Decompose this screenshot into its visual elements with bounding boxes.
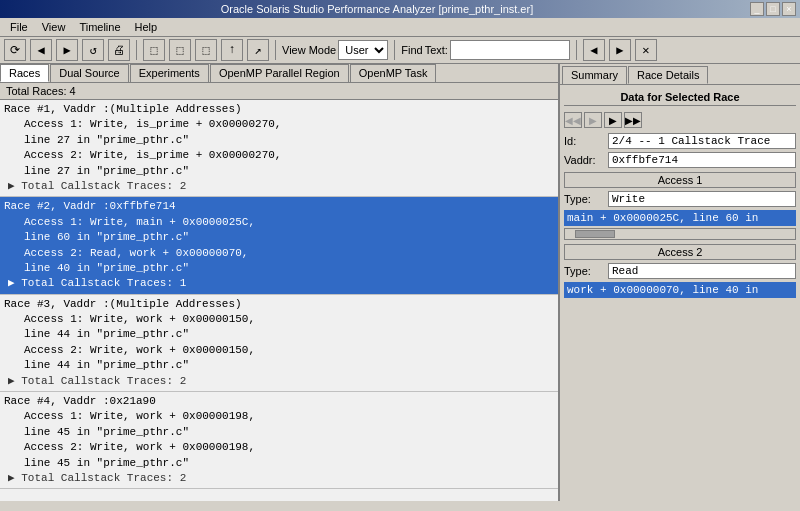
race-3-line-2: line 44 in "prime_pthr.c": [4, 327, 554, 342]
access2-type-label: Type:: [564, 265, 604, 277]
race-3-line-4: line 44 in "prime_pthr.c": [4, 358, 554, 373]
scrollbar-h-1[interactable]: [564, 228, 796, 240]
find-prev-btn[interactable]: ◀: [583, 39, 605, 61]
menu-timeline[interactable]: Timeline: [73, 20, 126, 34]
right-content: Data for Selected Race ◀◀ ▶ ▶ ▶▶ Id: 2/4…: [560, 85, 800, 501]
race-block-4[interactable]: Race #4, Vaddr :0x21a90 Access 1: Write,…: [0, 392, 558, 489]
separator-3: [394, 40, 395, 60]
vaddr-value: 0xffbfe714: [608, 152, 796, 168]
close-button[interactable]: ×: [782, 2, 796, 16]
access1-title: Access 1: [564, 172, 796, 188]
race-4-title: Race #4, Vaddr :0x21a90: [4, 394, 554, 409]
race-1-title: Race #1, Vaddr :(Multiple Addresses): [4, 102, 554, 117]
tab-race-details[interactable]: Race Details: [628, 66, 708, 84]
toolbar-btn-7[interactable]: ⬚: [169, 39, 191, 61]
race-2-line-4: line 40 in "prime_pthr.c": [4, 261, 554, 276]
race-3-total[interactable]: ▶ Total Callstack Traces: 2: [4, 374, 554, 389]
separator-4: [576, 40, 577, 60]
race-4-line-3: Access 2: Write, work + 0x00000198,: [4, 440, 554, 455]
toolbar-btn-9[interactable]: ↑: [221, 39, 243, 61]
total-races: Total Races: 4: [0, 83, 558, 100]
id-label: Id:: [564, 135, 604, 147]
section-title: Data for Selected Race: [564, 89, 796, 106]
find-container: Find Text:: [401, 40, 570, 60]
nav-buttons: ◀◀ ▶ ▶ ▶▶: [564, 110, 796, 130]
title-bar: Oracle Solaris Studio Performance Analyz…: [0, 0, 800, 18]
race-2-line-3: Access 2: Read, work + 0x00000070,: [4, 246, 554, 261]
right-tabs: Summary Race Details: [560, 64, 800, 85]
race-1-line-3: Access 2: Write, is_prime + 0x00000270,: [4, 148, 554, 163]
window-controls[interactable]: _ □ ×: [750, 2, 796, 16]
access1-highlight[interactable]: main + 0x0000025C, line 60 in: [564, 210, 796, 226]
nav-first-btn[interactable]: ◀◀: [564, 112, 582, 128]
window-title: Oracle Solaris Studio Performance Analyz…: [4, 3, 750, 15]
race-3-line-3: Access 2: Write, work + 0x00000150,: [4, 343, 554, 358]
maximize-button[interactable]: □: [766, 2, 780, 16]
toolbar-btn-2[interactable]: ◀: [30, 39, 52, 61]
toolbar-btn-4[interactable]: ↺: [82, 39, 104, 61]
menu-bar: File View Timeline Help: [0, 18, 800, 37]
tab-races[interactable]: Races: [0, 64, 49, 82]
race-3-line-1: Access 1: Write, work + 0x00000150,: [4, 312, 554, 327]
menu-view[interactable]: View: [36, 20, 72, 34]
find-next-btn[interactable]: ▶: [609, 39, 631, 61]
race-block-1[interactable]: Race #1, Vaddr :(Multiple Addresses) Acc…: [0, 100, 558, 197]
toolbar-btn-5[interactable]: 🖨: [108, 39, 130, 61]
tab-summary[interactable]: Summary: [562, 66, 627, 84]
race-list: Race #1, Vaddr :(Multiple Addresses) Acc…: [0, 100, 558, 501]
id-row: Id: 2/4 -- 1 Callstack Trace: [564, 133, 796, 149]
minimize-button[interactable]: _: [750, 2, 764, 16]
race-2-total[interactable]: ▶ Total Callstack Traces: 1: [4, 276, 554, 291]
tab-openmp-task[interactable]: OpenMP Task: [350, 64, 437, 82]
toolbar-btn-3[interactable]: ▶: [56, 39, 78, 61]
nav-prev-btn[interactable]: ▶: [584, 112, 602, 128]
access2-title: Access 2: [564, 244, 796, 260]
race-1-line-4: line 27 in "prime_pthr.c": [4, 164, 554, 179]
left-panel: Races Dual Source Experiments OpenMP Par…: [0, 64, 560, 501]
toolbar-btn-10[interactable]: ↗: [247, 39, 269, 61]
vaddr-label: Vaddr:: [564, 154, 604, 166]
toolbar: ⟳ ◀ ▶ ↺ 🖨 ⬚ ⬚ ⬚ ↑ ↗ View Mode User Find …: [0, 37, 800, 64]
toolbar-btn-6[interactable]: ⬚: [143, 39, 165, 61]
main-layout: Races Dual Source Experiments OpenMP Par…: [0, 64, 800, 501]
race-4-line-1: Access 1: Write, work + 0x00000198,: [4, 409, 554, 424]
find-text-label: Text:: [425, 44, 448, 56]
separator-1: [136, 40, 137, 60]
right-panel: Summary Race Details Data for Selected R…: [560, 64, 800, 501]
race-2-line-2: line 60 in "prime_pthr.c": [4, 230, 554, 245]
view-mode-label: View Mode: [282, 44, 336, 56]
race-4-total[interactable]: ▶ Total Callstack Traces: 2: [4, 471, 554, 486]
race-3-title: Race #3, Vaddr :(Multiple Addresses): [4, 297, 554, 312]
race-block-2[interactable]: Race #2, Vaddr :0xffbfe714 Access 1: Wri…: [0, 197, 558, 294]
view-mode-select[interactable]: User: [338, 40, 388, 60]
race-1-line-2: line 27 in "prime_pthr.c": [4, 133, 554, 148]
race-4-line-2: line 45 in "prime_pthr.c": [4, 425, 554, 440]
access2-type-row: Type: Read: [564, 263, 796, 279]
access1-type-label: Type:: [564, 193, 604, 205]
race-2-line-1: Access 1: Write, main + 0x0000025C,: [4, 215, 554, 230]
vaddr-row: Vaddr: 0xffbfe714: [564, 152, 796, 168]
tab-dual-source[interactable]: Dual Source: [50, 64, 129, 82]
tab-openmp-parallel[interactable]: OpenMP Parallel Region: [210, 64, 349, 82]
access2-type-value: Read: [608, 263, 796, 279]
nav-last-btn[interactable]: ▶▶: [624, 112, 642, 128]
id-value: 2/4 -- 1 Callstack Trace: [608, 133, 796, 149]
menu-help[interactable]: Help: [129, 20, 164, 34]
nav-next-btn[interactable]: ▶: [604, 112, 622, 128]
find-input[interactable]: [450, 40, 570, 60]
race-1-total[interactable]: ▶ Total Callstack Traces: 2: [4, 179, 554, 194]
find-clear-btn[interactable]: ✕: [635, 39, 657, 61]
tab-experiments[interactable]: Experiments: [130, 64, 209, 82]
race-block-3[interactable]: Race #3, Vaddr :(Multiple Addresses) Acc…: [0, 295, 558, 392]
access2-highlight[interactable]: work + 0x00000070, line 40 in: [564, 282, 796, 298]
toolbar-btn-1[interactable]: ⟳: [4, 39, 26, 61]
access1-type-row: Type: Write: [564, 191, 796, 207]
menu-file[interactable]: File: [4, 20, 34, 34]
left-tabs: Races Dual Source Experiments OpenMP Par…: [0, 64, 558, 83]
separator-2: [275, 40, 276, 60]
toolbar-btn-8[interactable]: ⬚: [195, 39, 217, 61]
scrollbar-thumb-1[interactable]: [575, 230, 615, 238]
race-1-line-1: Access 1: Write, is_prime + 0x00000270,: [4, 117, 554, 132]
race-2-title: Race #2, Vaddr :0xffbfe714: [4, 199, 554, 214]
find-label: Find: [401, 44, 422, 56]
